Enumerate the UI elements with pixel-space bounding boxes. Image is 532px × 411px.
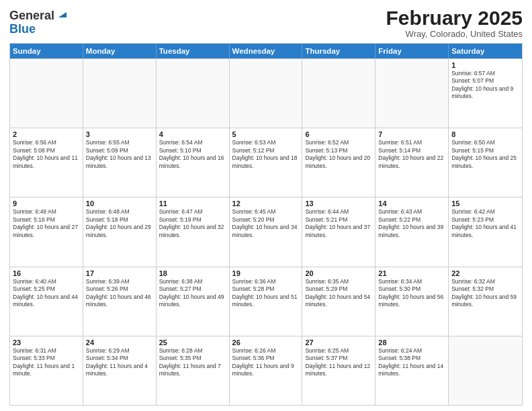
day-info: Sunrise: 6:48 AM Sunset: 5:18 PM Dayligh…: [86, 208, 153, 239]
day-number: 14: [378, 199, 445, 208]
day-info: Sunrise: 6:25 AM Sunset: 5:37 PM Dayligh…: [305, 347, 372, 378]
calendar-cell: 5Sunrise: 6:53 AM Sunset: 5:12 PM Daylig…: [230, 128, 303, 197]
header-cell-monday: Monday: [83, 44, 157, 58]
calendar-cell: 9Sunrise: 6:49 AM Sunset: 5:16 PM Daylig…: [10, 197, 83, 266]
calendar-cell: [230, 59, 303, 128]
day-info: Sunrise: 6:36 AM Sunset: 5:28 PM Dayligh…: [232, 278, 300, 309]
day-info: Sunrise: 6:34 AM Sunset: 5:30 PM Dayligh…: [378, 278, 445, 309]
day-info: Sunrise: 6:38 AM Sunset: 5:27 PM Dayligh…: [159, 278, 226, 309]
day-number: 22: [451, 269, 519, 277]
calendar-cell: 7Sunrise: 6:51 AM Sunset: 5:14 PM Daylig…: [375, 128, 449, 197]
calendar-row-4: 16Sunrise: 6:40 AM Sunset: 5:25 PM Dayli…: [10, 267, 522, 336]
day-info: Sunrise: 6:28 AM Sunset: 5:35 PM Dayligh…: [159, 347, 226, 378]
calendar-subtitle: Wray, Colorado, United States: [386, 29, 523, 39]
calendar-cell: [302, 59, 375, 128]
day-info: Sunrise: 6:42 AM Sunset: 5:23 PM Dayligh…: [451, 208, 519, 239]
calendar-cell: 21Sunrise: 6:34 AM Sunset: 5:30 PM Dayli…: [375, 267, 449, 336]
calendar-cell: 14Sunrise: 6:43 AM Sunset: 5:22 PM Dayli…: [375, 197, 449, 266]
calendar-cell: 20Sunrise: 6:35 AM Sunset: 5:29 PM Dayli…: [302, 267, 375, 336]
day-info: Sunrise: 6:57 AM Sunset: 5:07 PM Dayligh…: [451, 70, 519, 101]
day-number: 13: [305, 199, 372, 208]
day-info: Sunrise: 6:50 AM Sunset: 5:15 PM Dayligh…: [451, 139, 519, 170]
day-info: Sunrise: 6:39 AM Sunset: 5:26 PM Dayligh…: [86, 278, 153, 309]
day-number: 2: [13, 130, 80, 138]
day-number: 1: [451, 61, 519, 69]
day-number: 4: [159, 130, 226, 138]
day-number: 18: [159, 269, 226, 277]
day-number: 5: [232, 130, 300, 138]
day-info: Sunrise: 6:31 AM Sunset: 5:33 PM Dayligh…: [13, 347, 80, 378]
header-cell-friday: Friday: [375, 44, 449, 58]
calendar-cell: 19Sunrise: 6:36 AM Sunset: 5:28 PM Dayli…: [230, 267, 303, 336]
calendar-title: February 2025: [386, 7, 523, 29]
logo: General Blue: [9, 9, 69, 36]
day-number: 19: [232, 269, 300, 277]
title-area: February 2025 Wray, Colorado, United Sta…: [386, 7, 523, 39]
calendar-cell: 17Sunrise: 6:39 AM Sunset: 5:26 PM Dayli…: [83, 267, 157, 336]
calendar-cell: 2Sunrise: 6:56 AM Sunset: 5:08 PM Daylig…: [10, 128, 83, 197]
calendar-cell: 10Sunrise: 6:48 AM Sunset: 5:18 PM Dayli…: [83, 197, 157, 266]
day-number: 28: [378, 338, 445, 347]
calendar-row-2: 2Sunrise: 6:56 AM Sunset: 5:08 PM Daylig…: [10, 128, 522, 197]
calendar-cell: 15Sunrise: 6:42 AM Sunset: 5:23 PM Dayli…: [449, 197, 522, 266]
calendar-cell: 13Sunrise: 6:44 AM Sunset: 5:21 PM Dayli…: [302, 197, 375, 266]
calendar-cell: 18Sunrise: 6:38 AM Sunset: 5:27 PM Dayli…: [157, 267, 230, 336]
calendar-header: SundayMondayTuesdayWednesdayThursdayFrid…: [10, 44, 522, 58]
calendar-cell: 16Sunrise: 6:40 AM Sunset: 5:25 PM Dayli…: [10, 267, 83, 336]
day-info: Sunrise: 6:43 AM Sunset: 5:22 PM Dayligh…: [378, 208, 445, 239]
day-number: 15: [451, 199, 519, 208]
day-info: Sunrise: 6:44 AM Sunset: 5:21 PM Dayligh…: [305, 208, 372, 239]
calendar-cell: 12Sunrise: 6:45 AM Sunset: 5:20 PM Dayli…: [230, 197, 303, 266]
page: General Blue February 2025 Wray, Colorad…: [0, 0, 532, 411]
calendar-cell: [375, 59, 449, 128]
day-info: Sunrise: 6:40 AM Sunset: 5:25 PM Dayligh…: [13, 278, 80, 309]
day-number: 9: [13, 199, 80, 208]
day-info: Sunrise: 6:54 AM Sunset: 5:10 PM Dayligh…: [159, 139, 226, 170]
calendar-cell: [157, 59, 230, 128]
day-info: Sunrise: 6:45 AM Sunset: 5:20 PM Dayligh…: [232, 208, 300, 239]
logo-blue: Blue: [9, 22, 36, 36]
day-number: 25: [159, 338, 226, 347]
day-number: 26: [232, 338, 300, 347]
calendar-cell: 8Sunrise: 6:50 AM Sunset: 5:15 PM Daylig…: [449, 128, 522, 197]
header-cell-tuesday: Tuesday: [157, 44, 230, 58]
calendar-cell: 27Sunrise: 6:25 AM Sunset: 5:37 PM Dayli…: [302, 336, 375, 405]
day-info: Sunrise: 6:24 AM Sunset: 5:38 PM Dayligh…: [378, 347, 445, 378]
calendar-cell: 3Sunrise: 6:55 AM Sunset: 5:09 PM Daylig…: [83, 128, 157, 197]
day-number: 24: [86, 338, 153, 347]
day-info: Sunrise: 6:56 AM Sunset: 5:08 PM Dayligh…: [13, 139, 80, 170]
day-number: 6: [305, 130, 372, 138]
day-info: Sunrise: 6:47 AM Sunset: 5:19 PM Dayligh…: [159, 208, 226, 239]
day-number: 8: [451, 130, 519, 138]
logo-icon: [56, 7, 69, 20]
calendar-cell: 4Sunrise: 6:54 AM Sunset: 5:10 PM Daylig…: [157, 128, 230, 197]
day-number: 16: [13, 269, 80, 277]
calendar-body: 1Sunrise: 6:57 AM Sunset: 5:07 PM Daylig…: [10, 58, 522, 405]
day-info: Sunrise: 6:26 AM Sunset: 5:36 PM Dayligh…: [232, 347, 300, 378]
day-number: 10: [86, 199, 153, 208]
day-info: Sunrise: 6:53 AM Sunset: 5:12 PM Dayligh…: [232, 139, 300, 170]
calendar-cell: 11Sunrise: 6:47 AM Sunset: 5:19 PM Dayli…: [157, 197, 230, 266]
calendar-cell: [449, 336, 522, 405]
header-cell-sunday: Sunday: [10, 44, 83, 58]
day-info: Sunrise: 6:49 AM Sunset: 5:16 PM Dayligh…: [13, 208, 80, 239]
calendar-row-3: 9Sunrise: 6:49 AM Sunset: 5:16 PM Daylig…: [10, 197, 522, 266]
calendar-cell: 26Sunrise: 6:26 AM Sunset: 5:36 PM Dayli…: [230, 336, 303, 405]
day-number: 17: [86, 269, 153, 277]
day-info: Sunrise: 6:29 AM Sunset: 5:34 PM Dayligh…: [86, 347, 153, 378]
day-info: Sunrise: 6:35 AM Sunset: 5:29 PM Dayligh…: [305, 278, 372, 309]
day-info: Sunrise: 6:32 AM Sunset: 5:32 PM Dayligh…: [451, 278, 519, 309]
header-cell-thursday: Thursday: [302, 44, 375, 58]
calendar-cell: 6Sunrise: 6:52 AM Sunset: 5:13 PM Daylig…: [302, 128, 375, 197]
calendar-cell: 25Sunrise: 6:28 AM Sunset: 5:35 PM Dayli…: [157, 336, 230, 405]
svg-marker-0: [58, 12, 66, 17]
logo-general: General: [9, 9, 54, 23]
day-info: Sunrise: 6:51 AM Sunset: 5:14 PM Dayligh…: [378, 139, 445, 170]
day-number: 12: [232, 199, 300, 208]
day-number: 21: [378, 269, 445, 277]
calendar-cell: 24Sunrise: 6:29 AM Sunset: 5:34 PM Dayli…: [83, 336, 157, 405]
day-number: 23: [13, 338, 80, 347]
day-number: 20: [305, 269, 372, 277]
day-number: 3: [86, 130, 153, 138]
calendar-cell: 28Sunrise: 6:24 AM Sunset: 5:38 PM Dayli…: [375, 336, 449, 405]
